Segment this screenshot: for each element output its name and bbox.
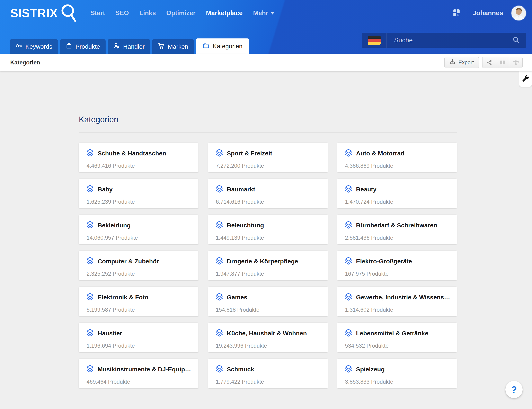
category-name: Baby [98,186,113,193]
toolbar-icon-group [482,57,522,68]
category-card-beleuchtung[interactable]: Beleuchtung 1.449.139 Produkte [208,215,328,244]
category-product-count: 1.779.422 Produkte [216,379,322,385]
tab-haendler[interactable]: Händler [108,39,150,54]
category-card-spielzeug[interactable]: Spielzeug 3.853.833 Produkte [337,359,457,388]
layers-icon [216,149,223,158]
category-card-haustier[interactable]: Haustier 1.196.694 Produkte [79,323,199,352]
tab-marken[interactable]: Marken [152,39,194,54]
category-card-schuhe-handtaschen[interactable]: Schuhe & Handtaschen 4.469.416 Produkte [79,143,199,172]
layers-icon [216,365,223,374]
category-card-bekleidung[interactable]: Bekleidung 14.060.957 Produkte [79,215,199,244]
chevron-down-icon [271,12,274,15]
category-card-computer-zubehoer[interactable]: Computer & Zubehör 2.325.252 Produkte [79,251,199,280]
section-divider [79,132,457,132]
nav-item-start[interactable]: Start [91,9,105,17]
category-name: Computer & Zubehör [98,258,159,265]
category-name: Games [227,294,247,301]
category-name: Haustier [98,330,122,337]
layers-icon [216,257,223,266]
category-name: Gewerbe, Industrie & Wissensc… [356,294,451,301]
tutorial-graduation-button[interactable] [509,57,522,68]
category-name: Elektronik & Foto [98,294,148,301]
tab-kategorien[interactable]: Kategorien [196,38,249,54]
layers-icon [345,185,352,194]
category-name: Bürobedarf & Schreibwaren [356,222,437,229]
nav-item-links[interactable]: Links [139,9,156,17]
category-product-count: 4.386.869 Produkte [345,163,451,169]
category-card-elektronik-foto[interactable]: Elektronik & Foto 5.199.587 Produkte [79,287,199,316]
category-card-schmuck[interactable]: Schmuck 1.779.422 Produkte [208,359,328,388]
category-product-count: 154.818 Produkte [216,307,322,313]
category-card-sport-freizeit[interactable]: Sport & Freizeit 7.272.200 Produkte [208,143,328,172]
docs-book-button[interactable] [496,57,509,68]
category-card-elektro-grossgeraete[interactable]: Elektro-Großgeräte 167.975 Produkte [337,251,457,280]
share-button[interactable] [483,57,496,68]
search-icon[interactable] [512,36,520,45]
nav-item-marketplace[interactable]: Marketplace [206,9,243,17]
layers-icon [216,329,223,338]
category-name: Schmuck [227,366,254,373]
category-product-count: 5.199.587 Produkte [86,307,193,313]
category-card-drogerie-koerperpflege[interactable]: Drogerie & Körperpflege 1.947.877 Produk… [208,251,328,280]
categories-grid: Schuhe & Handtaschen 4.469.416 Produkte … [79,143,457,388]
help-button[interactable]: ? [505,381,522,398]
category-card-baby[interactable]: Baby 1.625.239 Produkte [79,179,199,208]
layers-icon [345,329,352,338]
category-product-count: 3.853.833 Produkte [345,379,451,385]
category-card-buerobedarf-schreibwaren[interactable]: Bürobedarf & Schreibwaren 2.581.436 Prod… [337,215,457,244]
sistrix-logo[interactable]: SISTRIX [10,3,77,23]
category-name: Bekleidung [98,222,131,229]
export-label: Export [458,59,474,66]
layers-icon [216,221,223,230]
category-product-count: 469.464 Produkte [86,379,193,385]
category-card-lebensmittel-getraenke[interactable]: Lebensmittel & Getränke 534.532 Produkte [337,323,457,352]
export-button[interactable]: Export [444,57,479,68]
nav-item-seo[interactable]: SEO [115,9,129,17]
category-name: Sport & Freizeit [227,150,272,157]
layers-icon [86,365,94,374]
category-card-kueche-haushalt-wohnen[interactable]: Küche, Haushalt & Wohnen 19.243.996 Prod… [208,323,328,352]
category-product-count: 19.243.996 Produkte [216,343,322,349]
category-card-gewerbe-industrie-wissenschaft[interactable]: Gewerbe, Industrie & Wissensc… 1.314.602… [337,287,457,316]
category-card-games[interactable]: Games 154.818 Produkte [208,287,328,316]
search-input[interactable] [387,33,512,48]
category-name: Drogerie & Körperpflege [227,258,298,265]
category-name: Lebensmittel & Getränke [356,330,428,337]
nav-item-optimizer[interactable]: Optimizer [166,9,196,17]
shopping-bag-icon [66,42,72,51]
merchant-person-icon [113,42,120,51]
category-product-count: 1.625.239 Produkte [86,199,193,205]
layers-icon [86,293,94,302]
country-selector[interactable] [362,33,387,48]
top-right-cluster: Johannes [452,6,526,20]
layers-icon [345,293,352,302]
nav-item-mehr[interactable]: Mehr [253,9,274,17]
layers-icon [86,329,94,338]
tab-produkte[interactable]: Produkte [60,39,105,54]
page-toolbar: Kategorien Export [0,54,532,71]
category-card-auto-motorrad[interactable]: Auto & Motorrad 4.386.869 Produkte [337,143,457,172]
category-product-count: 1.470.724 Produkte [345,199,451,205]
apps-grid-icon[interactable] [452,8,461,18]
layers-icon [86,257,94,266]
category-product-count: 14.060.957 Produkte [86,235,193,241]
category-name: Beleuchtung [227,222,264,229]
user-menu[interactable]: Johannes [473,9,503,17]
settings-wrench-button[interactable] [519,71,532,87]
tab-label: Marken [168,43,188,50]
layers-icon [216,185,223,194]
avatar[interactable] [511,6,526,20]
category-card-beauty[interactable]: Beauty 1.470.724 Produkte [337,179,457,208]
category-name: Auto & Motorrad [356,150,405,157]
category-product-count: 7.272.200 Produkte [216,163,322,169]
tab-label: Händler [123,43,145,50]
category-name: Elektro-Großgeräte [356,258,412,265]
category-name: Beauty [356,186,377,193]
layers-icon [86,149,94,158]
tab-keywords[interactable]: Keywords [10,39,58,54]
app-header: SISTRIX Start SEO Links Optimizer Market… [0,0,532,54]
download-icon [449,59,456,66]
category-card-baumarkt[interactable]: Baumarkt 6.714.616 Produkte [208,179,328,208]
category-card-musikinstrumente-dj-equipment[interactable]: Musikinstrumente & DJ-Equip… 469.464 Pro… [79,359,199,388]
layers-icon [86,185,94,194]
